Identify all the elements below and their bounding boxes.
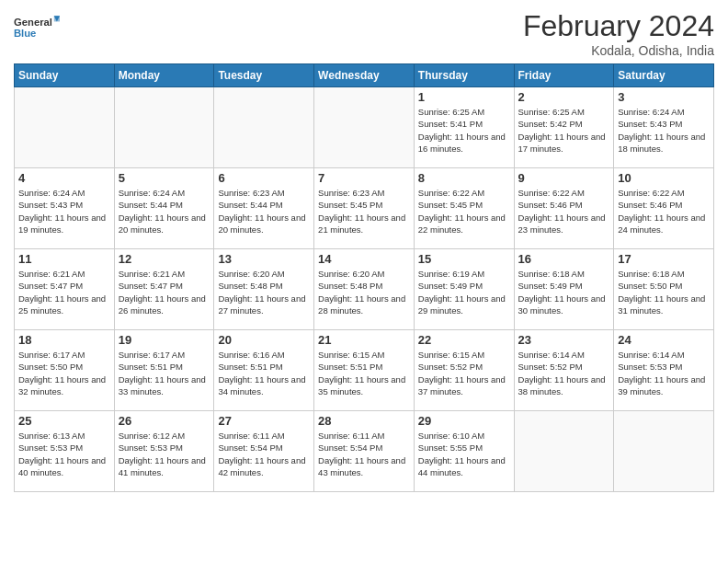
day-number: 27	[218, 414, 310, 428]
day-number: 3	[618, 90, 710, 104]
day-info: Sunrise: 6:17 AMSunset: 5:51 PMDaylight:…	[119, 349, 210, 397]
day-info: Sunrise: 6:23 AMSunset: 5:44 PMDaylight:…	[218, 187, 310, 236]
day-cell	[114, 87, 214, 168]
day-cell: 14Sunrise: 6:20 AMSunset: 5:48 PMDayligh…	[314, 249, 415, 330]
day-number: 29	[418, 414, 510, 428]
day-cell: 12Sunrise: 6:21 AMSunset: 5:47 PMDayligh…	[114, 249, 214, 330]
day-cell	[214, 87, 314, 168]
day-cell: 20Sunrise: 6:16 AMSunset: 5:51 PMDayligh…	[214, 330, 314, 411]
logo-svg: General Blue	[14, 9, 60, 46]
day-number: 20	[218, 333, 310, 347]
week-row-2: 11Sunrise: 6:21 AMSunset: 5:47 PMDayligh…	[15, 249, 714, 330]
logo: General Blue	[14, 9, 60, 46]
day-cell: 1Sunrise: 6:25 AMSunset: 5:41 PMDaylight…	[414, 87, 514, 168]
day-number: 1	[418, 90, 510, 104]
day-cell: 2Sunrise: 6:25 AMSunset: 5:42 PMDaylight…	[514, 87, 614, 168]
header: General Blue February 2024 Kodala, Odish…	[14, 9, 714, 58]
col-friday: Friday	[514, 64, 614, 87]
day-info: Sunrise: 6:20 AMSunset: 5:48 PMDaylight:…	[318, 268, 410, 316]
day-info: Sunrise: 6:21 AMSunset: 5:47 PMDaylight:…	[18, 268, 110, 316]
col-monday: Monday	[114, 64, 214, 87]
header-row: Sunday Monday Tuesday Wednesday Thursday…	[15, 64, 714, 87]
day-number: 2	[518, 90, 610, 104]
day-cell: 15Sunrise: 6:19 AMSunset: 5:49 PMDayligh…	[414, 249, 514, 330]
day-info: Sunrise: 6:18 AMSunset: 5:50 PMDaylight:…	[618, 268, 710, 316]
day-cell: 29Sunrise: 6:10 AMSunset: 5:55 PMDayligh…	[414, 411, 514, 492]
col-thursday: Thursday	[414, 64, 514, 87]
day-number: 7	[318, 171, 410, 185]
day-info: Sunrise: 6:11 AMSunset: 5:54 PMDaylight:…	[218, 430, 310, 478]
week-row-0: 1Sunrise: 6:25 AMSunset: 5:41 PMDaylight…	[15, 87, 714, 168]
day-number: 12	[119, 252, 210, 266]
day-number: 9	[518, 171, 610, 185]
day-cell	[15, 87, 115, 168]
day-cell: 22Sunrise: 6:15 AMSunset: 5:52 PMDayligh…	[414, 330, 514, 411]
day-cell: 24Sunrise: 6:14 AMSunset: 5:53 PMDayligh…	[614, 330, 714, 411]
day-info: Sunrise: 6:15 AMSunset: 5:52 PMDaylight:…	[418, 349, 510, 397]
calendar-table: Sunday Monday Tuesday Wednesday Thursday…	[14, 63, 714, 492]
day-number: 16	[518, 252, 610, 266]
month-title: February 2024	[523, 9, 714, 43]
col-wednesday: Wednesday	[314, 64, 415, 87]
day-info: Sunrise: 6:17 AMSunset: 5:50 PMDaylight:…	[18, 349, 110, 397]
day-number: 8	[418, 171, 510, 185]
week-row-4: 25Sunrise: 6:13 AMSunset: 5:53 PMDayligh…	[15, 411, 714, 492]
day-number: 11	[18, 252, 110, 266]
calendar-page: General Blue February 2024 Kodala, Odish…	[0, 0, 728, 563]
day-cell: 16Sunrise: 6:18 AMSunset: 5:49 PMDayligh…	[514, 249, 614, 330]
week-row-3: 18Sunrise: 6:17 AMSunset: 5:50 PMDayligh…	[15, 330, 714, 411]
day-info: Sunrise: 6:11 AMSunset: 5:54 PMDaylight:…	[318, 430, 410, 478]
day-cell	[314, 87, 415, 168]
day-cell: 6Sunrise: 6:23 AMSunset: 5:44 PMDaylight…	[214, 168, 314, 249]
day-cell: 27Sunrise: 6:11 AMSunset: 5:54 PMDayligh…	[214, 411, 314, 492]
day-number: 14	[318, 252, 410, 266]
day-cell: 19Sunrise: 6:17 AMSunset: 5:51 PMDayligh…	[114, 330, 214, 411]
day-info: Sunrise: 6:19 AMSunset: 5:49 PMDaylight:…	[418, 268, 510, 316]
day-cell: 26Sunrise: 6:12 AMSunset: 5:53 PMDayligh…	[114, 411, 214, 492]
day-number: 24	[618, 333, 710, 347]
day-cell: 7Sunrise: 6:23 AMSunset: 5:45 PMDaylight…	[314, 168, 415, 249]
day-info: Sunrise: 6:21 AMSunset: 5:47 PMDaylight:…	[119, 268, 210, 316]
day-info: Sunrise: 6:25 AMSunset: 5:42 PMDaylight:…	[518, 106, 610, 155]
day-number: 28	[318, 414, 410, 428]
day-cell: 23Sunrise: 6:14 AMSunset: 5:52 PMDayligh…	[514, 330, 614, 411]
day-number: 4	[18, 171, 110, 185]
day-info: Sunrise: 6:22 AMSunset: 5:46 PMDaylight:…	[618, 187, 710, 236]
day-number: 15	[418, 252, 510, 266]
day-cell: 25Sunrise: 6:13 AMSunset: 5:53 PMDayligh…	[15, 411, 115, 492]
day-info: Sunrise: 6:15 AMSunset: 5:51 PMDaylight:…	[318, 349, 410, 397]
day-info: Sunrise: 6:24 AMSunset: 5:43 PMDaylight:…	[618, 106, 710, 155]
day-cell	[514, 411, 614, 492]
col-saturday: Saturday	[614, 64, 714, 87]
day-number: 25	[18, 414, 110, 428]
day-number: 6	[218, 171, 310, 185]
title-block: February 2024 Kodala, Odisha, India	[523, 9, 714, 58]
col-sunday: Sunday	[15, 64, 115, 87]
day-cell: 5Sunrise: 6:24 AMSunset: 5:44 PMDaylight…	[114, 168, 214, 249]
day-cell: 18Sunrise: 6:17 AMSunset: 5:50 PMDayligh…	[15, 330, 115, 411]
day-cell: 9Sunrise: 6:22 AMSunset: 5:46 PMDaylight…	[514, 168, 614, 249]
col-tuesday: Tuesday	[214, 64, 314, 87]
day-number: 13	[218, 252, 310, 266]
day-cell: 4Sunrise: 6:24 AMSunset: 5:43 PMDaylight…	[15, 168, 115, 249]
day-number: 17	[618, 252, 710, 266]
day-info: Sunrise: 6:13 AMSunset: 5:53 PMDaylight:…	[18, 430, 110, 478]
day-cell: 28Sunrise: 6:11 AMSunset: 5:54 PMDayligh…	[314, 411, 415, 492]
day-number: 26	[119, 414, 210, 428]
day-number: 18	[18, 333, 110, 347]
day-info: Sunrise: 6:24 AMSunset: 5:43 PMDaylight:…	[18, 187, 110, 236]
day-info: Sunrise: 6:12 AMSunset: 5:53 PMDaylight:…	[119, 430, 210, 478]
day-cell	[614, 411, 714, 492]
day-info: Sunrise: 6:16 AMSunset: 5:51 PMDaylight:…	[218, 349, 310, 397]
day-info: Sunrise: 6:14 AMSunset: 5:53 PMDaylight:…	[618, 349, 710, 397]
day-info: Sunrise: 6:20 AMSunset: 5:48 PMDaylight:…	[218, 268, 310, 316]
day-cell: 8Sunrise: 6:22 AMSunset: 5:45 PMDaylight…	[414, 168, 514, 249]
svg-text:Blue: Blue	[14, 28, 36, 39]
day-info: Sunrise: 6:25 AMSunset: 5:41 PMDaylight:…	[418, 106, 510, 155]
week-row-1: 4Sunrise: 6:24 AMSunset: 5:43 PMDaylight…	[15, 168, 714, 249]
day-info: Sunrise: 6:22 AMSunset: 5:45 PMDaylight:…	[418, 187, 510, 236]
day-number: 21	[318, 333, 410, 347]
day-cell: 11Sunrise: 6:21 AMSunset: 5:47 PMDayligh…	[15, 249, 115, 330]
day-number: 22	[418, 333, 510, 347]
day-number: 5	[119, 171, 210, 185]
